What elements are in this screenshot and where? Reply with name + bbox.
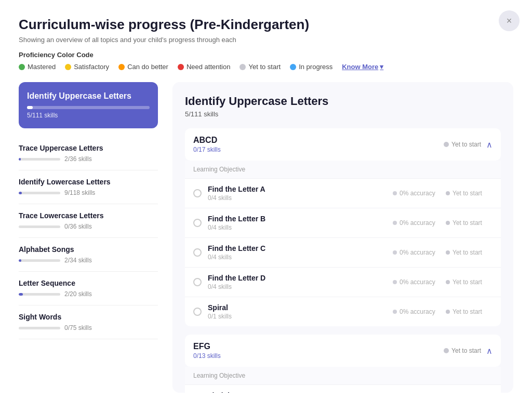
yet-to-start-dot xyxy=(240,64,246,70)
skill-circle xyxy=(193,248,202,257)
skill-status: Yet to start xyxy=(446,278,493,286)
efg-learning-obj-header: Learning Objective xyxy=(185,367,501,385)
efg-chevron-up-icon: ∧ xyxy=(486,346,493,356)
skill-status: Yet to start xyxy=(446,308,493,315)
sidebar-skills-text: 0/36 skills xyxy=(64,223,92,230)
section-efg-title: EFG xyxy=(193,342,221,351)
status-text: Yet to start xyxy=(453,308,482,315)
legend-item-can-do-better: Can do better xyxy=(118,63,168,71)
mastered-label: Mastered xyxy=(28,63,56,71)
section-abcd-body: Learning Objective Find the Letter A 0/4… xyxy=(185,161,501,326)
main-panel: Identify Uppercase Letters 5/111 skills … xyxy=(172,82,513,393)
accuracy-dot xyxy=(393,250,397,255)
sidebar-progress-fill xyxy=(19,293,23,296)
legend-item-yet-to-start: Yet to start xyxy=(240,63,281,71)
sidebar-item-trace-uppercase[interactable]: Trace Uppercase Letters 2/36 skills xyxy=(19,137,158,170)
main-panel-title: Identify Uppercase Letters xyxy=(185,95,501,108)
section-abcd-header[interactable]: ABCD 0/17 skills Yet to start ∧ xyxy=(185,128,501,161)
abcd-learning-obj-header: Learning Objective xyxy=(185,161,501,179)
sidebar-item-alphabet-songs[interactable]: Alphabet Songs 2/34 skills xyxy=(19,238,158,272)
sidebar-item-progress: 0/75 skills xyxy=(19,324,158,331)
sidebar-active-card[interactable]: Identify Uppercase Letters 5/111 skills xyxy=(19,82,158,128)
legend-item-need-attention: Need attention xyxy=(178,63,231,71)
section-efg-title-block: EFG 0/13 skills xyxy=(193,342,221,360)
can-do-better-label: Can do better xyxy=(127,63,168,71)
close-button[interactable]: × xyxy=(499,10,520,31)
page-title: Curriculum-wise progress (Pre-Kindergart… xyxy=(19,17,513,33)
efg-badge-dot xyxy=(444,348,449,353)
status-text: Yet to start xyxy=(453,219,482,227)
abcd-chevron-up-icon: ∧ xyxy=(486,140,493,150)
skill-circle xyxy=(193,308,202,316)
legend-item-mastered: Mastered xyxy=(19,63,56,71)
accuracy-text: 0% accuracy xyxy=(400,249,435,256)
legend-item-satisfactory: Satisfactory xyxy=(65,63,109,71)
know-more-link[interactable]: Know More ▾ xyxy=(342,63,383,71)
skill-name: Spiral xyxy=(208,303,387,312)
section-efg-body: Learning Objective Find the Letter E 0/4… xyxy=(185,367,501,393)
skill-circle xyxy=(193,189,202,197)
in-progress-dot xyxy=(290,64,296,70)
sidebar-item-identify-lowercase[interactable]: Identify Lowercase Letters 9/118 skills xyxy=(19,170,158,204)
skill-name: Find the Letter C xyxy=(208,244,387,252)
sidebar-item-sight-words[interactable]: Sight Words 0/75 skills xyxy=(19,305,158,339)
sidebar-item-progress: 2/20 skills xyxy=(19,290,158,298)
skill-meta: 0/4 skills xyxy=(208,283,387,290)
section-abcd-title-block: ABCD 0/17 skills xyxy=(193,136,221,153)
sidebar-item-progress: 9/118 skills xyxy=(19,189,158,196)
status-dot xyxy=(446,310,450,314)
accuracy-text: 0% accuracy xyxy=(400,278,435,286)
sidebar-item-title: Letter Sequence xyxy=(19,279,158,287)
sidebar-item-progress: 0/36 skills xyxy=(19,223,158,230)
sidebar-item-trace-lowercase[interactable]: Trace Lowercase Letters 0/36 skills xyxy=(19,204,158,238)
skill-accuracy: 0% accuracy xyxy=(393,308,440,315)
sidebar-skills-text: 9/118 skills xyxy=(64,189,95,196)
skill-status: Yet to start xyxy=(446,249,493,256)
status-text: Yet to start xyxy=(453,190,482,197)
skill-status: Yet to start xyxy=(446,219,493,227)
satisfactory-dot xyxy=(65,64,71,70)
sidebar-item-progress: 2/36 skills xyxy=(19,155,158,163)
status-text: Yet to start xyxy=(453,278,482,286)
yet-to-start-label: Yet to start xyxy=(248,63,281,71)
skill-meta: 0/1 skills xyxy=(208,313,387,320)
can-do-better-dot xyxy=(118,64,125,70)
status-dot xyxy=(446,250,450,255)
chevron-down-icon: ▾ xyxy=(380,63,383,71)
close-icon: × xyxy=(507,16,512,26)
accuracy-text: 0% accuracy xyxy=(400,219,435,227)
skill-status: Yet to start xyxy=(446,190,493,197)
sidebar-skills-text: 0/75 skills xyxy=(64,324,92,331)
status-dot xyxy=(446,280,450,284)
section-abcd-title: ABCD xyxy=(193,136,221,145)
section-abcd-subtitle: 0/17 skills xyxy=(193,146,221,153)
accuracy-dot xyxy=(393,221,397,225)
skill-info: Spiral 0/1 skills xyxy=(208,303,387,320)
skill-row-find-letter-e: Find the Letter E 0/4 skills 0% accuracy… xyxy=(185,385,501,393)
section-abcd: ABCD 0/17 skills Yet to start ∧ Learning… xyxy=(185,128,501,326)
sidebar-progress-fill xyxy=(19,158,21,161)
skill-info: Find the Letter A 0/4 skills xyxy=(208,185,387,202)
skill-meta: 0/4 skills xyxy=(208,224,387,231)
sidebar-progress-bar xyxy=(19,158,60,161)
skill-meta: 0/4 skills xyxy=(208,194,387,202)
sidebar-item-title: Trace Uppercase Letters xyxy=(19,144,158,152)
skill-name: Find the Letter D xyxy=(208,274,387,282)
abcd-badge-dot xyxy=(444,142,449,147)
skill-accuracy: 0% accuracy xyxy=(393,278,440,286)
skill-meta: 0/4 skills xyxy=(208,254,387,261)
sidebar: Identify Uppercase Letters 5/111 skills … xyxy=(19,82,164,393)
skill-accuracy: 0% accuracy xyxy=(393,190,440,197)
skill-row-find-letter-c: Find the Letter C 0/4 skills 0% accuracy… xyxy=(185,238,501,268)
sidebar-item-title: Alphabet Songs xyxy=(19,245,158,254)
skill-row-find-letter-d: Find the Letter D 0/4 skills 0% accuracy… xyxy=(185,268,501,297)
sidebar-item-title: Trace Lowercase Letters xyxy=(19,211,158,220)
proficiency-color-code-label: Proficiency Color Code xyxy=(19,51,513,59)
sidebar-item-letter-sequence[interactable]: Letter Sequence 2/20 skills xyxy=(19,272,158,305)
skill-row-find-letter-a: Find the Letter A 0/4 skills 0% accuracy… xyxy=(185,179,501,208)
abcd-status-text: Yet to start xyxy=(451,141,481,148)
section-efg-header[interactable]: EFG 0/13 skills Yet to start ∧ xyxy=(185,335,501,367)
efg-status-text: Yet to start xyxy=(451,347,481,354)
skill-circle xyxy=(193,219,202,227)
skill-info: Find the Letter B 0/4 skills xyxy=(208,215,387,231)
